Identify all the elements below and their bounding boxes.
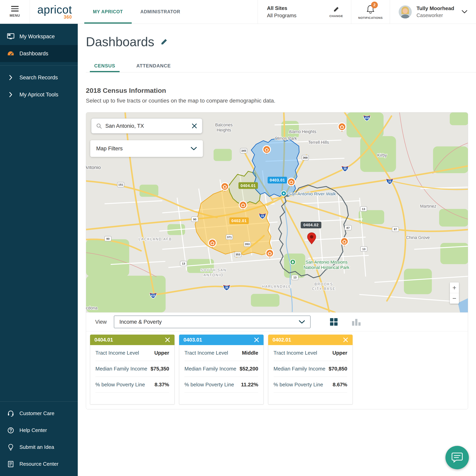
sidebar-item-my-workspace[interactable]: My Workspace — [0, 28, 78, 45]
state-shield-icon: 13 — [360, 206, 367, 211]
tract-pill-0404-01: 0404.01 — [238, 182, 258, 189]
svg-text:353: 353 — [245, 243, 250, 246]
svg-text:90: 90 — [193, 218, 196, 221]
tab-administrator[interactable]: ADMINISTRATOR — [132, 0, 189, 24]
svg-text:10: 10 — [388, 180, 391, 183]
svg-text:0403.01: 0403.01 — [270, 178, 285, 182]
svg-text:San Antonio River Walk: San Antonio River Walk — [288, 191, 336, 196]
card-title: 0404.01 — [94, 337, 113, 343]
map-zoom-controls: + − — [450, 282, 459, 304]
svg-text:371: 371 — [227, 236, 232, 239]
user-name: Tully Moorhead — [416, 5, 454, 12]
card-view-toggle[interactable] — [330, 318, 338, 326]
view-select[interactable]: Income & Poverty — [114, 316, 311, 328]
close-card-icon[interactable] — [343, 337, 348, 342]
svg-text:13: 13 — [293, 276, 296, 279]
all-sites-label: All Sites — [267, 5, 312, 11]
svg-text:35: 35 — [225, 286, 228, 289]
svg-text:87: 87 — [394, 228, 397, 231]
menu-button[interactable]: MENU — [0, 0, 30, 24]
change-button[interactable]: CHANGE — [321, 0, 351, 24]
state-shield-icon: 13 — [360, 247, 367, 251]
chat-fab-button[interactable] — [445, 446, 469, 469]
workspace-icon — [7, 33, 15, 40]
lightbulb-icon — [7, 444, 15, 451]
headset-icon — [7, 410, 15, 417]
card-title: 0402.01 — [272, 337, 291, 343]
close-card-icon[interactable] — [254, 337, 259, 342]
sidebar-item-resource-center[interactable]: Resource Center — [0, 456, 78, 473]
apricot-logo[interactable]: apricot 360 — [37, 0, 72, 24]
sidebar-item-search-records[interactable]: Search Records — [0, 69, 78, 86]
top-bar: MENU apricot 360 MY APRICOT ADMINISTRATO… — [0, 0, 476, 24]
chevron-down-icon — [191, 147, 197, 151]
chevron-down-icon[interactable] — [462, 10, 467, 14]
menu-label: MENU — [10, 14, 20, 18]
tab-attendance[interactable]: ATTENDANCE — [132, 63, 175, 72]
all-programs-label: All Programs — [267, 13, 312, 19]
sites-group: All Sites All Programs CHANGE — [258, 0, 351, 24]
map-search-box[interactable]: San Antonio, TX — [91, 119, 202, 134]
svg-text:Alamo Heights: Alamo Heights — [289, 129, 316, 134]
zoom-out-button[interactable]: − — [450, 293, 459, 304]
section-subtext: Select up to five tracts or counties on … — [86, 98, 476, 104]
sidebar-item-submit-an-idea[interactable]: Submit an Idea — [0, 439, 78, 456]
tract-pill-0403-01: 0403.01 — [268, 177, 287, 184]
state-shield-icon: 87 — [345, 225, 351, 230]
section-heading: 2018 Census Information — [86, 87, 476, 94]
svg-text:87: 87 — [346, 226, 350, 229]
svg-text:13: 13 — [362, 207, 365, 211]
svg-text:345: 345 — [241, 149, 246, 152]
census-map[interactable]: 410 345 368 35 10 151 90 90 10 371 87 87… — [86, 112, 468, 312]
clear-search-icon[interactable] — [191, 123, 197, 129]
state-shield-icon: 353 — [235, 252, 241, 257]
edit-title-icon[interactable] — [160, 38, 168, 46]
tract-pill-0402-01: 0402.01 — [229, 217, 249, 224]
pencil-icon — [333, 6, 339, 13]
census-panel: 410 345 368 35 10 151 90 90 10 371 87 87… — [86, 112, 468, 409]
svg-text:35: 35 — [343, 167, 347, 170]
state-shield-icon: 353 — [244, 242, 251, 247]
map-filters-dropdown[interactable]: Map Filters — [90, 140, 203, 157]
tract-0403-01[interactable] — [251, 138, 299, 196]
svg-text:China Grove: China Grove — [406, 235, 430, 240]
state-shield-icon: 13 — [291, 275, 298, 280]
svg-text:90: 90 — [106, 237, 109, 240]
sidebar-item-my-apricot-tools[interactable]: My Apricot Tools — [0, 86, 78, 103]
sidebar: My Workspace Dashboards Search Records M… — [0, 24, 78, 476]
tract-card-0403-01: 0403.01 Tract Income LevelMiddle Median … — [179, 335, 264, 404]
chevron-down-icon — [299, 320, 305, 324]
svg-text:410: 410 — [151, 294, 155, 297]
notifications-button[interactable]: 2 NOTIFICATIONS — [351, 0, 390, 24]
search-icon — [96, 123, 102, 129]
state-shield-icon: 13 — [180, 261, 187, 266]
map-search-input[interactable]: San Antonio, TX — [105, 123, 188, 129]
svg-text:LACKLAND AFB: LACKLAND AFB — [139, 237, 172, 241]
sidebar-item-customer-care[interactable]: Customer Care — [0, 405, 78, 422]
avatar — [399, 5, 412, 18]
svg-text:Olmos Park: Olmos Park — [275, 136, 297, 141]
tab-census[interactable]: CENSUS — [90, 63, 119, 72]
zoom-in-button[interactable]: + — [450, 282, 459, 293]
user-profile-menu[interactable]: Tully Moorhead Caseworker — [390, 0, 476, 24]
poi-river-walk[interactable]: San Antonio River Walk — [281, 191, 336, 196]
chat-icon — [451, 452, 463, 463]
tract-card-0404-01: 0404.01 Tract Income LevelUpper Median F… — [90, 335, 174, 404]
sidebar-divider — [0, 401, 78, 402]
sidebar-item-dashboards[interactable]: Dashboards — [0, 45, 78, 62]
chart-view-toggle[interactable] — [352, 318, 361, 326]
state-shield-icon: 151 — [118, 182, 124, 187]
tract-card-0402-01: 0402.01 Tract Income LevelUpper Median F… — [268, 335, 353, 404]
svg-text:Balcones: Balcones — [215, 122, 233, 127]
view-toolbar: View Income & Poverty — [86, 312, 468, 331]
svg-text:BROOKS: BROOKS — [315, 282, 333, 286]
svg-text:410: 410 — [365, 117, 369, 119]
svg-text:HARLANDALE: HARLANDALE — [262, 285, 291, 289]
svg-text:0404.02: 0404.02 — [304, 223, 319, 227]
tab-my-apricot[interactable]: MY APRICOT — [84, 0, 132, 24]
svg-text:368: 368 — [303, 156, 308, 159]
sidebar-item-help-center[interactable]: Help Center — [0, 422, 78, 439]
svg-text:SOUTH SAN: SOUTH SAN — [201, 268, 226, 272]
top-nav: MY APRICOT ADMINISTRATOR — [84, 0, 189, 24]
close-card-icon[interactable] — [165, 337, 170, 342]
